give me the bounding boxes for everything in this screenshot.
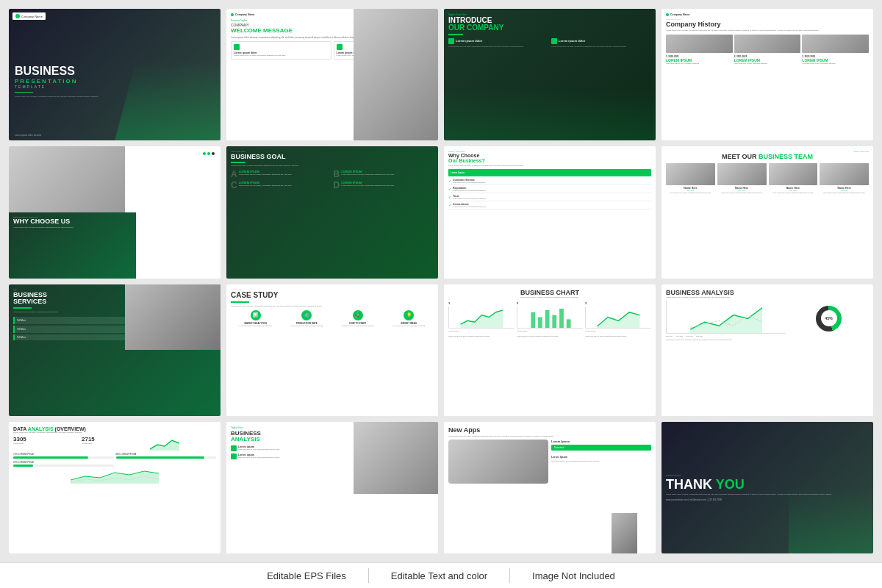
- bar1-track: [13, 456, 114, 459]
- chart2-area: [517, 306, 583, 329]
- stat3-chart: [150, 436, 216, 451]
- chart-descriptions: Lorem ipsum dolor sit amet consectetur a…: [448, 335, 651, 337]
- slide6-text: Lorem ipsum dolor sit amet consectetur a…: [231, 165, 434, 167]
- content-area: Lorem ipsum dolor Lorem ipsum dolor sit …: [448, 38, 651, 48]
- slide-data-analysis: DATA ANALYSIS (OVERVIEW) Lorem ipsum dol…: [9, 422, 220, 553]
- stats-row: 3305 Lorem ipsum 2715 Lorem ipsum: [13, 436, 216, 451]
- check-icon-1: ✓: [448, 179, 451, 183]
- item-d-content: LOREM IPSUM Lorem ipsum dolor sit amet, …: [341, 181, 394, 190]
- item2-content: Lorem ipsum Lorem ipsum dolor sit amet c…: [238, 453, 280, 458]
- slide7-title: Why Choose Our Business?: [448, 153, 651, 163]
- photo-3: [802, 35, 869, 53]
- slide-case-study: Tagline Here CASE STUDY Lorem ipsum dolo…: [226, 284, 438, 416]
- slide10-sub: Lorem ipsum dolor sit amet, consectetur …: [231, 305, 434, 307]
- production-icon: ⚙️: [301, 310, 312, 320]
- svg-rect-2: [538, 317, 542, 328]
- dot-3: [212, 152, 215, 155]
- slide13-title: DATA ANALYSIS (OVERVIEW): [13, 426, 216, 431]
- dots-row: [203, 152, 215, 155]
- axis-labels: 2020-2021 2021-2022 2022-2023 2023-2024: [666, 335, 786, 337]
- tl-item-2: 2. 2021-2022 LOREM IPSUM Lorem ipsum dol…: [734, 55, 801, 65]
- stat1-number: 3305: [13, 436, 79, 442]
- goal-item-b: B LOREM IPSUM Lorem ipsum dolor sit amet…: [334, 170, 434, 179]
- green-highlight-box: Lorem Ipsum: [448, 169, 651, 176]
- check-convenience: ✓ Convenience Lorem ipsum dolor sit amet…: [448, 203, 651, 209]
- member4-photo: [820, 163, 869, 185]
- item-a-content: LOREM IPSUM Lorem ipsum dolor sit amet, …: [239, 170, 292, 179]
- stat-1: 3305 Lorem ipsum: [13, 436, 79, 451]
- chart1-svg: [449, 306, 514, 328]
- card1-icon: [234, 44, 240, 50]
- axis-4: 2023-2024: [696, 335, 703, 337]
- slide1-desc: Lorem ipsum dolor sit amet, consectetur …: [15, 96, 135, 98]
- chart3-caption: Lorem ipsum: [585, 330, 651, 332]
- stat2-label: Lorem ipsum: [82, 442, 148, 445]
- bar1-label: 75% LOREM IPSUM: [13, 453, 114, 456]
- member3-text: Lorem ipsum dolor sit amet consectetur a…: [769, 192, 818, 194]
- slide-thank-you: Tagline Goes Here THANK YOU Lorem ipsum …: [662, 422, 873, 553]
- chart1-caption: Lorem ipsum: [448, 330, 514, 332]
- member4-text: Lorem ipsum dolor sit amet consectetur a…: [820, 192, 869, 194]
- icon-production-text: Lorem ipsum dolor sit amet consectetur a…: [282, 325, 332, 327]
- line-chart-wrapper: 2020-2021 2021-2022 2022-2023 2023-2024: [666, 301, 786, 337]
- slide-business-analysis: BUSINESS ANALYSIS Lorem ipsum dolor sit …: [662, 284, 873, 416]
- chart1-area: [448, 306, 514, 329]
- item2-text: Lorem ipsum dolor sit amet, consectetur …: [551, 46, 651, 48]
- timeline: 1. 2020-2021 LOREM IPSUM Lorem ipsum dol…: [666, 55, 869, 65]
- top-logo: Company Name: [666, 13, 869, 16]
- bar3-fill: [13, 465, 33, 467]
- svg-rect-4: [552, 315, 556, 327]
- slide-services: Daily BUSINESS SERVICES Lorem ipsum dolo…: [9, 284, 220, 416]
- chart-1: 1 Lorem ipsum: [448, 301, 514, 332]
- letter-a: A: [231, 170, 237, 179]
- welcome-photo: [354, 9, 438, 140]
- item2-text: Lorem ipsum dolor sit amet consectetur a…: [238, 456, 280, 458]
- production-icon-symbol: ⚙️: [304, 312, 309, 318]
- howto-icon: 🚀: [353, 310, 363, 320]
- slide-new-apps: New Apps Lorem ipsum dolor sit amet, con…: [444, 422, 656, 553]
- photo-row: [666, 35, 869, 53]
- svg-marker-10: [71, 471, 159, 484]
- main-container: Company Name BUSINESS PRESENTATION TEMPL…: [0, 0, 882, 588]
- underline: [231, 162, 245, 163]
- icon-market-text: Lorem ipsum dolor sit amet consectetur a…: [231, 325, 281, 327]
- svg-rect-1: [531, 312, 535, 327]
- goal-item-d: D LOREM IPSUM Lorem ipsum dolor sit amet…: [334, 181, 434, 190]
- service3-name: Tell More: [17, 336, 26, 339]
- analysis-area: 2020-2021 2021-2022 2022-2023 2023-2024 …: [666, 301, 869, 337]
- icon-market: 📊 MARKET ANALYTICS Lorem ipsum dolor sit…: [231, 310, 281, 327]
- slide15-title: New Apps: [448, 426, 651, 434]
- chart2-svg: [517, 306, 583, 328]
- slide-business-goal: Tag to Goes Here BUSINESS GOAL Lorem ips…: [226, 146, 438, 278]
- right-col: Lorem Ipsum Download Lorem Ipsum Lorem i…: [551, 440, 651, 484]
- member-2: Name Here Job Title Lorem ipsum dolor si…: [717, 163, 767, 194]
- check-1-content: Customer Service Lorem ipsum dolor sit a…: [453, 179, 486, 183]
- slide4-body: Lorem ipsum dolor sit amet, consectetur …: [666, 29, 869, 32]
- chart3-desc: Lorem ipsum dolor sit amet consectetur a…: [585, 335, 651, 337]
- city-photo: [125, 284, 220, 351]
- item-c-content: LOREM IPSUM Lorem ipsum dolor sit amet, …: [239, 181, 292, 190]
- check2-text: Lorem ipsum dolor sit amet consectetur a…: [453, 190, 486, 191]
- member-3: Name Here Job Title Lorem ipsum dolor si…: [769, 163, 818, 194]
- bright-icon: 💡: [404, 310, 414, 320]
- item1-icon: [231, 445, 237, 451]
- slides-grid: Company Name BUSINESS PRESENTATION TEMPL…: [0, 0, 882, 562]
- check-trust: ✓ Trust Lorem ipsum dolor sit amet conse…: [448, 195, 651, 201]
- check4-text: Lorem ipsum dolor sit amet consectetur a…: [453, 206, 486, 207]
- item1-icon: [448, 38, 454, 44]
- check-icon-2: ✓: [448, 187, 451, 191]
- card2-icon: [337, 44, 343, 50]
- logo-dot: [231, 13, 234, 16]
- goal-item-c: C LOREM IPSUM Lorem ipsum dolor sit amet…: [231, 181, 331, 190]
- item2-icon: [231, 453, 237, 459]
- chart3-svg: [586, 306, 651, 328]
- member2-photo: [717, 163, 767, 185]
- bar-2: 88% LOREM IPSUM: [116, 453, 217, 459]
- member1-photo: [666, 163, 715, 185]
- slide-business-chart: BUSINESS CHART Lorem ipsum dolor sit ame…: [444, 284, 656, 416]
- analysis-chart-svg: [667, 301, 786, 333]
- logo-name: Company Name: [21, 15, 43, 18]
- chart2-num: 2: [517, 301, 583, 305]
- city-bg: [444, 88, 656, 141]
- mini-chart-svg: [13, 469, 216, 484]
